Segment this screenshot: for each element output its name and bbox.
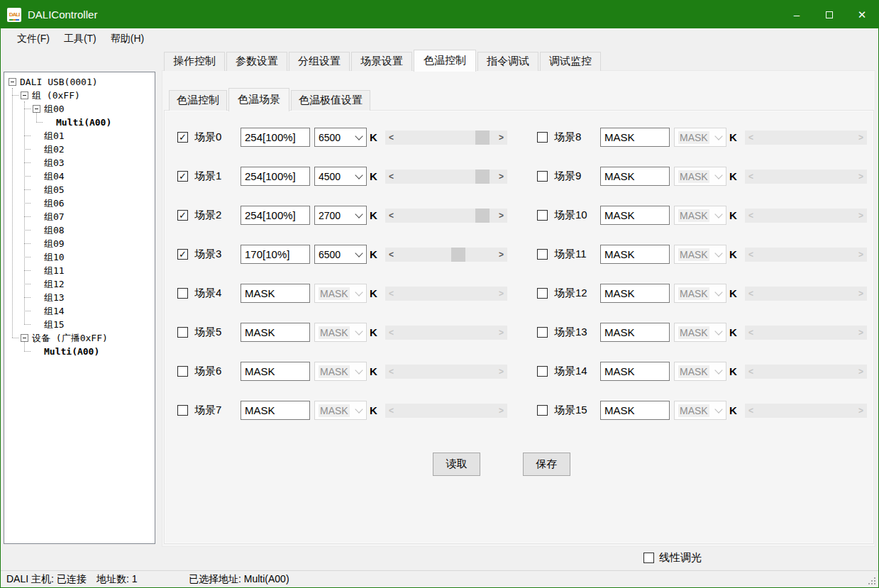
scene-value-input[interactable] [600, 284, 670, 303]
menu-item[interactable]: 帮助(H) [104, 30, 151, 48]
scrollbar-track[interactable] [397, 170, 495, 184]
main-tab-4[interactable]: 色温控制 [414, 50, 476, 72]
main-tab-3[interactable]: 场景设置 [351, 52, 412, 71]
scrollbar-track[interactable] [397, 131, 495, 145]
tree-item[interactable]: DALI USB(0001) [4, 75, 155, 89]
main-tab-6[interactable]: 调试监控 [540, 52, 601, 71]
tree-item[interactable]: 组14 [4, 304, 155, 318]
scene-checkbox[interactable]: ✓ [177, 171, 188, 182]
menu-item[interactable]: 文件(F) [10, 30, 57, 48]
scroll-left-icon[interactable]: < [385, 131, 397, 145]
scrollbar-thumb[interactable] [475, 170, 490, 184]
tree-item[interactable]: 设备 (广播0xFF) [4, 331, 155, 345]
scene-checkbox[interactable] [537, 171, 548, 182]
scroll-right-icon[interactable]: > [495, 209, 507, 223]
scene-value-input[interactable] [600, 245, 670, 264]
scene-value-input[interactable] [600, 323, 670, 342]
main-tab-0[interactable]: 操作控制 [164, 52, 225, 71]
main-tab-2[interactable]: 分组设置 [289, 52, 350, 71]
tree-item[interactable]: 组 (0xFF) [4, 89, 155, 102]
scene-checkbox[interactable]: ✓ [177, 132, 188, 143]
tree-item[interactable]: 组00 [4, 102, 155, 116]
tree-item[interactable]: 组05 [4, 183, 155, 196]
close-button[interactable]: ✕ [846, 1, 878, 28]
tree-item[interactable]: 组01 [4, 129, 155, 143]
tree-item[interactable]: 组04 [4, 170, 155, 183]
scrollbar-track[interactable] [397, 248, 495, 262]
scene-checkbox[interactable] [177, 405, 188, 416]
kelvin-dropdown[interactable]: 6500 [314, 245, 367, 264]
scene-value-input[interactable] [241, 284, 310, 303]
scroll-right-icon[interactable]: > [495, 131, 507, 145]
sub-tab-0[interactable]: 色温控制 [169, 90, 227, 111]
scene-scrollbar[interactable]: <> [385, 131, 507, 145]
scene-checkbox[interactable] [177, 288, 188, 299]
scroll-right-icon[interactable]: > [495, 248, 507, 262]
scene-checkbox[interactable] [177, 327, 188, 338]
tree-item[interactable]: 组11 [4, 264, 155, 277]
tree-item[interactable]: 组07 [4, 210, 155, 223]
scene-checkbox[interactable] [537, 366, 548, 377]
tree-item[interactable]: 组12 [4, 277, 155, 291]
tree-item[interactable]: Multi(A00) [4, 116, 155, 129]
tree-item[interactable]: 组13 [4, 291, 155, 304]
scene-scrollbar[interactable]: <> [385, 170, 507, 184]
scene-value-input[interactable] [241, 128, 310, 147]
tree-item[interactable]: 组03 [4, 156, 155, 170]
maximize-button[interactable] [813, 1, 846, 28]
scene-value-input[interactable] [241, 245, 310, 264]
scrollbar-thumb[interactable] [475, 131, 490, 145]
scene-checkbox[interactable] [537, 132, 548, 143]
scene-value-input[interactable] [241, 401, 310, 420]
tree-item[interactable]: Multi(A00) [4, 345, 155, 358]
tree-item[interactable]: 组15 [4, 318, 155, 331]
tree-collapse-icon[interactable] [21, 91, 28, 99]
scene-checkbox[interactable]: ✓ [177, 210, 188, 221]
scene-checkbox[interactable]: ✓ [177, 249, 188, 260]
scene-scrollbar[interactable]: <> [385, 248, 507, 262]
tree-collapse-icon[interactable] [21, 334, 28, 342]
scrollbar-track[interactable] [397, 209, 495, 223]
scene-value-input[interactable] [600, 128, 670, 147]
main-tab-1[interactable]: 参数设置 [226, 52, 287, 71]
kelvin-dropdown[interactable]: 2700 [314, 206, 367, 225]
scene-value-input[interactable] [241, 167, 310, 186]
menu-item[interactable]: 工具(T) [57, 30, 104, 48]
scroll-right-icon[interactable]: > [495, 170, 507, 184]
scene-checkbox[interactable] [537, 210, 548, 221]
tree-item[interactable]: 组06 [4, 196, 155, 210]
scene-value-input[interactable] [600, 206, 670, 225]
tree-item[interactable]: 组08 [4, 223, 155, 237]
scroll-left-icon[interactable]: < [385, 170, 397, 184]
scene-value-input[interactable] [600, 401, 670, 420]
kelvin-dropdown[interactable]: 6500 [314, 128, 367, 147]
scene-value-input[interactable] [600, 167, 670, 186]
read-button[interactable]: 读取 [433, 453, 480, 476]
tree-item[interactable]: 组09 [4, 237, 155, 250]
sub-tab-2[interactable]: 色温极值设置 [291, 90, 370, 111]
scene-checkbox[interactable] [537, 327, 548, 338]
scene-checkbox[interactable] [177, 366, 188, 377]
scene-value-input[interactable] [241, 362, 310, 381]
minimize-button[interactable]: – [780, 1, 813, 28]
sub-tab-1[interactable]: 色温场景 [228, 88, 289, 111]
tree-item[interactable]: 组02 [4, 143, 155, 156]
kelvin-dropdown[interactable]: 4500 [314, 167, 367, 186]
tree-collapse-icon[interactable] [33, 105, 40, 113]
scene-checkbox[interactable] [537, 288, 548, 299]
scroll-left-icon[interactable]: < [385, 209, 397, 223]
scene-scrollbar[interactable]: <> [385, 209, 507, 223]
linear-dimming-checkbox[interactable] [643, 553, 654, 563]
scrollbar-thumb[interactable] [475, 209, 490, 223]
scroll-left-icon[interactable]: < [385, 248, 397, 262]
device-tree-panel[interactable]: DALI USB(0001)组 (0xFF)组00Multi(A00)组01组0… [4, 72, 155, 544]
save-button[interactable]: 保存 [523, 453, 570, 476]
scene-value-input[interactable] [600, 362, 670, 381]
scene-checkbox[interactable] [537, 249, 548, 260]
scene-value-input[interactable] [241, 206, 310, 225]
tree-item[interactable]: 组10 [4, 250, 155, 264]
tree-collapse-icon[interactable] [9, 78, 16, 86]
resize-grip-icon[interactable] [868, 577, 876, 585]
main-tab-5[interactable]: 指令调试 [477, 52, 538, 71]
scene-value-input[interactable] [241, 323, 310, 342]
